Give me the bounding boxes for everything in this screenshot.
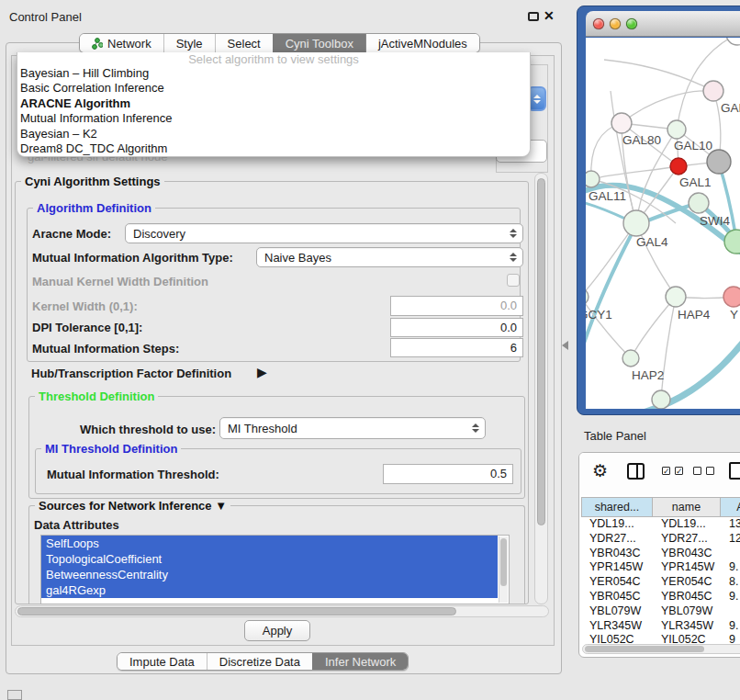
tab-network[interactable]: Network	[80, 34, 163, 52]
table-row[interactable]: YLR345WYLR345W9.	[581, 619, 740, 634]
table-panel: ⚙ ✓ ✓ shared...nameA YDL19...YDL19...13Y…	[578, 452, 740, 658]
mi-type-label: Mutual Information Algorithm Type:	[32, 251, 233, 265]
minimize-traffic-light[interactable]	[610, 18, 621, 29]
zoom-traffic-light[interactable]	[626, 18, 637, 29]
node-label-y: Y	[730, 308, 738, 322]
threshold-definition-title: Threshold Definition	[35, 390, 158, 403]
apply-button[interactable]: Apply	[244, 620, 310, 641]
close-icon[interactable]: ✕	[544, 8, 555, 23]
list-scrollbar[interactable]	[499, 536, 508, 603]
tab-impute-data[interactable]: Impute Data	[118, 653, 207, 670]
network-edge[interactable]	[591, 166, 678, 179]
algorithm-definition-group: Algorithm Definition Aracne Mode: Discov…	[27, 208, 521, 362]
aracne-mode-combo[interactable]: Discovery	[125, 223, 523, 243]
expand-arrow-icon[interactable]: ▶	[257, 365, 267, 379]
node-gal80[interactable]	[611, 113, 632, 133]
column-header-a[interactable]: A	[721, 497, 740, 517]
attribute-item-selfloops[interactable]: SelfLoops	[41, 536, 498, 551]
float-window-icon[interactable]	[528, 12, 539, 21]
node-gcy1[interactable]	[586, 288, 589, 305]
table-row[interactable]: YDR27...YDR27...12	[581, 532, 740, 547]
checked-box-icon[interactable]: ✓	[662, 467, 670, 475]
tab-discretize-data[interactable]: Discretize Data	[207, 653, 312, 670]
algorithm-option-bayesian-k2[interactable]: Bayesian – K2	[17, 127, 530, 141]
table-horizontal-scrollbar[interactable]	[582, 644, 740, 654]
minimized-panel-icon[interactable]	[7, 690, 22, 700]
dpi-tolerance-label: DPI Tolerance [0,1]:	[32, 321, 142, 334]
network-canvas[interactable]: GALGAL80GAL10GAL1GAL11SWI4GAL4GCY1HAP4YH…	[586, 38, 740, 409]
algorithm-option-mutual-information-inference[interactable]: Mutual Information Inference	[17, 111, 530, 126]
node-bottom-partial[interactable]	[652, 390, 670, 409]
node-gal11[interactable]	[586, 171, 600, 187]
node-below-gal1[interactable]	[689, 193, 709, 213]
node-red[interactable]	[670, 158, 687, 175]
collapse-arrow-icon[interactable]: ▼	[215, 499, 227, 513]
settings-vertical-scrollbar[interactable]	[534, 173, 548, 604]
table-cell: YPR145W	[581, 560, 653, 575]
tab-label: Network	[107, 37, 151, 51]
unchecked-box-icon[interactable]	[706, 467, 714, 475]
algorithm-option-aracne-algorithm[interactable]: ARACNE Algorithm	[17, 96, 530, 111]
node-gray[interactable]	[707, 150, 731, 174]
table-row[interactable]: YBR045CYBR045C9.	[581, 590, 740, 604]
network-edge[interactable]	[631, 297, 676, 358]
table-row[interactable]: YBL079WYBL079W	[581, 604, 740, 619]
node-right-green[interactable]	[724, 230, 740, 254]
node-gal10[interactable]	[667, 120, 686, 139]
list-scrollbar-thumb[interactable]	[500, 538, 507, 586]
mi-steps-field[interactable]: 6	[390, 338, 523, 357]
node-top-partial[interactable]	[726, 38, 740, 45]
mi-type-combo[interactable]: Naive Bayes	[256, 247, 523, 267]
unchecked-box-icon[interactable]	[693, 467, 701, 475]
table-row[interactable]: YDL19...YDL19...13	[581, 517, 740, 532]
attribute-item-gal4rgexp[interactable]: gal4RGexp	[41, 582, 498, 598]
tab-infer-network[interactable]: Infer Network	[312, 653, 408, 670]
algorithm-option-basic-correlation-inference[interactable]: Basic Correlation Inference	[17, 81, 530, 96]
table-row[interactable]: YPR145WYPR145W9.	[581, 560, 740, 575]
algorithm-option-bayesian-hill-climbing[interactable]: Bayesian – Hill Climbing	[17, 66, 530, 81]
mi-threshold-field[interactable]: 0.5	[383, 464, 513, 484]
node-salmon[interactable]	[723, 287, 740, 307]
split-column-icon[interactable]	[627, 463, 645, 480]
node-pink-top[interactable]	[703, 81, 723, 101]
attribute-item-topologicalcoefficient[interactable]: TopologicalCoefficient	[41, 551, 498, 567]
node-hap4[interactable]	[666, 287, 686, 307]
table-cell: 8.	[721, 575, 740, 590]
settings-vscroll-thumb[interactable]	[537, 178, 545, 525]
table-cell: YBL079W	[581, 604, 653, 619]
data-attributes-list[interactable]: SelfLoopsTopologicalCoefficientBetweenne…	[40, 535, 510, 604]
algorithm-definition-title: Algorithm Definition	[33, 201, 155, 215]
document-icon[interactable]	[729, 462, 740, 480]
network-edge[interactable]	[622, 91, 713, 123]
manual-kernel-checkbox[interactable]	[507, 274, 520, 287]
network-edge[interactable]	[604, 60, 713, 91]
settings-horizontal-scrollbar[interactable]	[15, 605, 549, 617]
checked-box-icon[interactable]: ✓	[675, 467, 683, 475]
tab-select[interactable]: Select	[215, 34, 273, 52]
gear-icon[interactable]: ⚙	[592, 461, 608, 481]
settings-hscroll-thumb[interactable]	[17, 607, 456, 615]
network-edge[interactable]	[586, 297, 631, 358]
kernel-width-field[interactable]: 0.0	[390, 296, 523, 316]
table-row[interactable]: YER054CYER054C8.	[581, 575, 740, 590]
splitter-collapse-icon[interactable]	[562, 341, 568, 350]
dpi-tolerance-field[interactable]: 0.0	[390, 318, 523, 337]
table-row[interactable]: YBR043CYBR043C	[581, 547, 740, 561]
column-header-shared[interactable]: shared...	[581, 497, 653, 517]
threshold-definition-group: Threshold Definition Which threshold to …	[28, 396, 525, 499]
attribute-item-betweennesscentrality[interactable]: BetweennessCentrality	[41, 567, 498, 582]
network-window-titlebar[interactable]	[586, 11, 740, 37]
node-hap2[interactable]	[622, 350, 639, 367]
tab-jactivemnodules[interactable]: jActiveMNodules	[365, 34, 479, 52]
algorithm-option-dream8-dc-tdc-algorithm[interactable]: Dream8 DC_TDC Algorithm	[17, 141, 530, 156]
tab-cyni-toolbox[interactable]: Cyni Toolbox	[273, 34, 365, 52]
tab-style[interactable]: Style	[163, 34, 215, 52]
which-threshold-combo[interactable]: MI Threshold	[219, 417, 486, 439]
network-icon	[92, 38, 103, 50]
column-header-name[interactable]: name	[653, 497, 721, 517]
combo-arrows-icon	[510, 253, 517, 262]
table-hscroll-thumb[interactable]	[585, 646, 704, 652]
network-edge[interactable]	[586, 225, 636, 355]
node-gal4[interactable]	[623, 210, 649, 236]
close-traffic-light[interactable]	[593, 18, 604, 29]
